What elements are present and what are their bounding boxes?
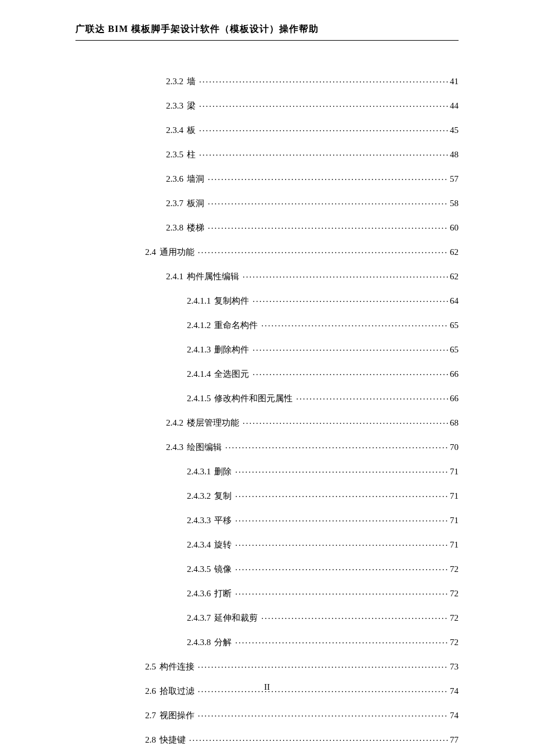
toc-leader-dots	[235, 466, 449, 474]
toc-number: 2.4.2	[166, 419, 183, 427]
toc-number: 2.8	[145, 736, 156, 744]
toc-title: 视图操作	[160, 711, 194, 720]
toc-number: 2.4.3.8	[187, 638, 211, 647]
toc-title: 修改构件和图元属性	[214, 394, 293, 403]
toc-number: 2.3.4	[166, 126, 183, 135]
toc-leader-dots	[261, 319, 449, 328]
toc-title: 墙洞	[187, 175, 204, 183]
toc-title: 楼层管理功能	[187, 419, 239, 427]
toc-page: 48	[449, 150, 459, 159]
toc-entry[interactable]: 2.4.3.1删除71	[75, 466, 459, 476]
toc-entry[interactable]: 2.4.3绘图编辑70	[75, 441, 459, 452]
toc-entry[interactable]: 2.3.8楼梯60	[75, 222, 459, 232]
toc-entry[interactable]: 2.4.3.5镜像72	[75, 563, 459, 574]
toc-leader-dots	[208, 173, 449, 182]
toc-leader-dots	[235, 563, 449, 572]
toc-page: 62	[449, 272, 459, 281]
toc-page: 57	[449, 175, 459, 183]
toc-page: 71	[449, 492, 459, 501]
toc-number: 2.4.1.4	[187, 370, 211, 379]
toc-entry[interactable]: 2.7视图操作74	[75, 710, 459, 720]
toc-page: 45	[449, 126, 459, 135]
toc-page: 72	[449, 614, 459, 622]
toc-entry[interactable]: 2.4.1.5修改构件和图元属性66	[75, 393, 459, 403]
toc-page: 58	[449, 199, 459, 208]
toc-page: 77	[449, 736, 459, 744]
toc-title: 重命名构件	[214, 321, 258, 330]
toc-title: 复制	[214, 492, 232, 501]
toc-leader-dots	[296, 393, 449, 401]
toc-title: 楼梯	[187, 224, 204, 232]
toc-entry[interactable]: 2.4.1.4全选图元66	[75, 368, 459, 379]
toc-number: 2.4.3.5	[187, 565, 211, 574]
toc-leader-dots	[261, 612, 449, 621]
toc-leader-dots	[199, 100, 449, 109]
toc-page: 64	[449, 297, 459, 305]
toc-title: 删除	[214, 467, 232, 476]
toc-entry[interactable]: 2.4.3.4旋转71	[75, 539, 459, 549]
toc-title: 梁	[187, 102, 196, 110]
toc-leader-dots	[198, 710, 449, 718]
toc-leader-dots	[208, 222, 449, 231]
toc-title: 绘图编辑	[187, 443, 222, 452]
toc-entry[interactable]: 2.4.2楼层管理功能68	[75, 417, 459, 427]
toc-number: 2.4.3.4	[187, 541, 211, 549]
toc-number: 2.4.3.7	[187, 614, 211, 622]
toc-page: 66	[449, 394, 459, 403]
toc-leader-dots	[252, 295, 449, 304]
toc-title: 延伸和裁剪	[214, 614, 258, 622]
toc-entry[interactable]: 2.3.5柱48	[75, 149, 459, 159]
toc-entry[interactable]: 2.3.7板洞58	[75, 197, 459, 208]
toc-entry[interactable]: 2.4.1.2重命名构件65	[75, 319, 459, 330]
toc-leader-dots	[189, 734, 449, 743]
toc-leader-dots	[235, 636, 449, 645]
toc-page: 70	[449, 443, 459, 452]
toc-page: 65	[449, 321, 459, 330]
toc-page: 71	[449, 541, 459, 549]
toc-title: 通用功能	[160, 248, 194, 257]
toc-title: 板洞	[187, 199, 204, 208]
toc-title: 打断	[214, 589, 232, 598]
toc-page: 71	[449, 516, 459, 525]
toc-entry[interactable]: 2.4.1.3删除构件65	[75, 344, 459, 354]
toc-leader-dots	[198, 661, 449, 669]
toc-entry[interactable]: 2.4.1.1复制构件64	[75, 295, 459, 305]
toc-page: 72	[449, 589, 459, 598]
toc-number: 2.3.3	[166, 102, 183, 110]
toc-number: 2.4.1.2	[187, 321, 211, 330]
toc-page: 71	[449, 467, 459, 476]
toc-entry[interactable]: 2.3.2墙41	[75, 75, 459, 86]
page-header: 广联达 BIM 模板脚手架设计软件（模板设计）操作帮助	[75, 23, 459, 41]
toc-page: 41	[449, 77, 459, 86]
document-page: 广联达 BIM 模板脚手架设计软件（模板设计）操作帮助 2.3.2墙412.3.…	[0, 0, 534, 744]
toc-title: 板	[187, 126, 196, 135]
toc-entry[interactable]: 2.4.3.2复制71	[75, 490, 459, 501]
toc-entry[interactable]: 2.3.3梁44	[75, 100, 459, 110]
toc-entry[interactable]: 2.3.4板45	[75, 124, 459, 135]
toc-page: 44	[449, 102, 459, 110]
toc-page: 73	[449, 663, 459, 671]
toc-page: 68	[449, 419, 459, 427]
toc-number: 2.4.1.3	[187, 345, 211, 354]
toc-entry[interactable]: 2.4.1构件属性编辑62	[75, 271, 459, 281]
toc-entry[interactable]: 2.4.3.6打断72	[75, 588, 459, 598]
toc-title: 删除构件	[214, 345, 249, 354]
toc-entry[interactable]: 2.8快捷键77	[75, 734, 459, 744]
toc-page: 72	[449, 565, 459, 574]
toc-page: 60	[449, 224, 459, 232]
toc-title: 柱	[187, 150, 196, 159]
toc-entry[interactable]: 2.4.3.8分解72	[75, 636, 459, 647]
toc-leader-dots	[235, 490, 449, 499]
toc-number: 2.3.6	[166, 175, 183, 183]
toc-entry[interactable]: 2.4通用功能62	[75, 246, 459, 257]
toc-entry[interactable]: 2.3.6墙洞57	[75, 173, 459, 183]
toc-title: 镜像	[214, 565, 232, 574]
toc-number: 2.4.3.2	[187, 492, 211, 501]
toc-entry[interactable]: 2.4.3.7延伸和裁剪72	[75, 612, 459, 622]
toc-entry[interactable]: 2.4.3.3平移71	[75, 514, 459, 525]
toc-number: 2.3.2	[166, 77, 183, 86]
toc-number: 2.4.3	[166, 443, 183, 452]
toc-title: 墙	[187, 77, 196, 86]
toc-leader-dots	[252, 368, 449, 377]
toc-entry[interactable]: 2.5构件连接73	[75, 661, 459, 671]
